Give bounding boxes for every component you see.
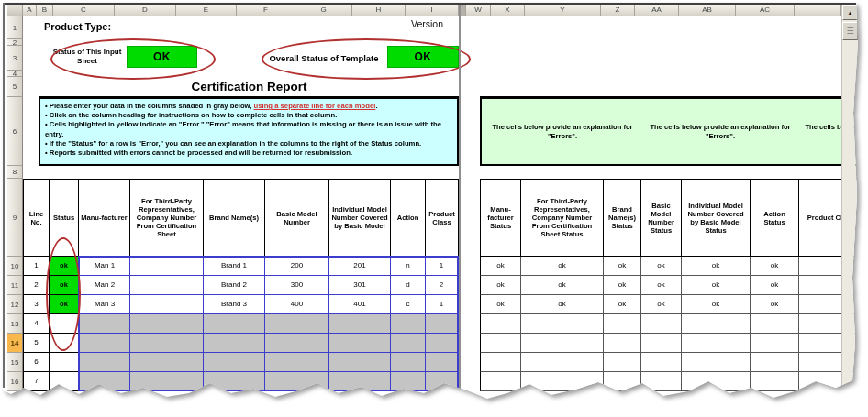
sheet-cell[interactable] — [520, 353, 603, 372]
sheet-cell[interactable]: n — [390, 257, 425, 276]
sheet-cell[interactable] — [129, 334, 203, 353]
sheet-cell[interactable]: ok — [480, 276, 520, 295]
sheet-cell[interactable] — [328, 353, 390, 372]
select-all-corner[interactable] — [7, 5, 23, 16]
column-heading[interactable]: Action Status — [750, 179, 798, 257]
sheet-cell[interactable]: 6 — [23, 353, 49, 372]
sheet-cell[interactable]: Brand 3 — [203, 295, 264, 314]
sheet-cell[interactable] — [603, 334, 640, 353]
row-header-16[interactable]: 16 — [7, 372, 23, 391]
sheet-cell[interactable] — [328, 334, 390, 353]
column-heading[interactable]: Manu-facturer Status — [480, 179, 520, 257]
sheet-cell[interactable] — [480, 314, 520, 334]
column-header-AC[interactable]: AC — [736, 5, 795, 16]
column-heading[interactable]: For Third-Party Representatives, Company… — [520, 179, 603, 257]
scrollbar-thumb[interactable]: ☰ — [842, 22, 858, 40]
sheet-cell[interactable] — [390, 353, 425, 372]
sheet-cell[interactable] — [640, 314, 681, 334]
sheet-cell[interactable]: 201 — [328, 257, 390, 276]
sheet-cell[interactable] — [480, 334, 520, 353]
sheet-cell[interactable]: 200 — [264, 257, 328, 276]
column-header-B[interactable]: B — [37, 5, 53, 16]
sheet-cell[interactable] — [78, 372, 129, 391]
sheet-cell[interactable] — [78, 314, 129, 334]
sheet-cell[interactable]: 301 — [328, 276, 390, 295]
sheet-cell[interactable] — [798, 353, 868, 372]
sheet-cell[interactable]: 4 — [23, 314, 49, 334]
sheet-cell[interactable] — [390, 314, 425, 334]
sheet-cell[interactable]: Brand 1 — [203, 257, 264, 276]
sheet-cell[interactable] — [798, 295, 868, 314]
sheet-cell[interactable]: ok — [603, 276, 640, 295]
sheet-cell[interactable] — [264, 372, 328, 391]
sheet-cell[interactable]: ok — [480, 295, 520, 314]
sheet-cell[interactable]: 300 — [264, 276, 328, 295]
sheet-cell[interactable] — [603, 314, 640, 334]
column-header-A[interactable]: A — [23, 5, 37, 16]
row-header-9[interactable]: 9 — [7, 179, 23, 257]
sheet-cell[interactable]: ok — [640, 276, 681, 295]
sheet-cell[interactable] — [129, 295, 203, 314]
sheet-cell[interactable] — [203, 334, 264, 353]
column-header-G[interactable]: G — [295, 5, 352, 16]
sheet-cell[interactable]: 400 — [264, 295, 328, 314]
sheet-cell[interactable] — [264, 314, 328, 334]
sheet-cell[interactable] — [264, 353, 328, 372]
sheet-cell[interactable] — [798, 276, 868, 295]
column-header-C[interactable]: C — [53, 5, 115, 16]
sheet-cell[interactable] — [129, 314, 203, 334]
scroll-up-arrow-icon[interactable]: ▲ — [842, 5, 858, 20]
sheet-cell[interactable]: ok — [520, 276, 603, 295]
sheet-cell[interactable] — [264, 334, 328, 353]
column-heading[interactable]: Product Class Status — [798, 179, 868, 257]
column-header-Z[interactable]: Z — [601, 5, 635, 16]
column-header-AB[interactable]: AB — [679, 5, 736, 16]
column-heading[interactable]: For Third-Party Representatives, Company… — [129, 179, 203, 257]
sheet-cell[interactable] — [49, 353, 78, 372]
sheet-cell[interactable] — [681, 314, 750, 334]
sheet-cell[interactable] — [798, 257, 868, 276]
column-header-partial[interactable] — [795, 5, 841, 16]
sheet-cell[interactable] — [129, 276, 203, 295]
sheet-cell[interactable] — [480, 372, 520, 391]
sheet-cell[interactable]: 401 — [328, 295, 390, 314]
column-header-Y[interactable]: Y — [525, 5, 601, 16]
sheet-cell[interactable]: 2 — [23, 276, 49, 295]
sheet-cell[interactable] — [681, 334, 750, 353]
sheet-cell[interactable]: Man 2 — [78, 276, 129, 295]
sheet-cell[interactable] — [520, 314, 603, 334]
sheet-cell[interactable]: 1 — [425, 295, 459, 314]
sheet-cell[interactable]: ok — [681, 295, 750, 314]
sheet-cell[interactable]: ok — [603, 257, 640, 276]
column-header-E[interactable]: E — [176, 5, 237, 16]
sheet-cell[interactable] — [328, 314, 390, 334]
sheet-cell[interactable]: 1 — [23, 257, 49, 276]
sheet-cell[interactable] — [640, 334, 681, 353]
row-header-5[interactable]: 5 — [7, 77, 23, 97]
row-header-14[interactable]: 14 — [7, 334, 23, 353]
sheet-cell[interactable] — [425, 334, 459, 353]
column-heading[interactable]: Individual Model Number Covered by Basic… — [681, 179, 750, 257]
column-heading[interactable]: Manu-facturer — [78, 179, 129, 257]
sheet-cell[interactable]: d — [390, 276, 425, 295]
row-header-15[interactable]: 15 — [7, 353, 23, 372]
sheet-cell[interactable] — [425, 314, 459, 334]
column-heading[interactable]: Line No. — [23, 179, 49, 257]
sheet-cell[interactable]: ok — [520, 295, 603, 314]
sheet-cell[interactable] — [78, 353, 129, 372]
column-heading[interactable]: Individual Model Number Covered by Basic… — [328, 179, 390, 257]
row-header-3[interactable]: 3 — [7, 46, 23, 71]
column-header-AA[interactable]: AA — [635, 5, 679, 16]
row-header-12[interactable]: 12 — [7, 295, 23, 314]
column-heading[interactable]: Basic Model Number — [264, 179, 328, 257]
sheet-cell[interactable]: 3 — [23, 295, 49, 314]
sheet-cell[interactable]: ok — [603, 295, 640, 314]
sheet-cell[interactable]: 2 — [425, 276, 459, 295]
column-header-I[interactable]: I — [406, 5, 459, 16]
sheet-cell[interactable]: 7 — [23, 372, 49, 391]
column-header-H[interactable]: H — [352, 5, 406, 16]
sheet-cell[interactable]: Man 3 — [78, 295, 129, 314]
column-heading[interactable]: Action — [390, 179, 425, 257]
sheet-cell[interactable] — [520, 334, 603, 353]
sheet-cell[interactable] — [640, 372, 681, 391]
